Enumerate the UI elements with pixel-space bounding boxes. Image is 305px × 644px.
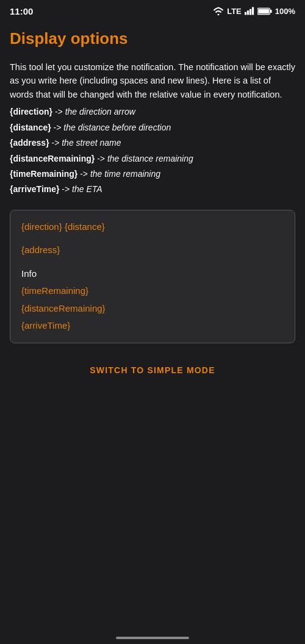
svg-rect-6 bbox=[270, 9, 272, 12]
preview-line-4: {timeRemaining} bbox=[21, 284, 284, 298]
svg-point-0 bbox=[218, 14, 220, 16]
keyword-time-remaining: {timeRemaining} -> the time remaining bbox=[10, 167, 295, 181]
keyword-address: {address} -> the street name bbox=[10, 136, 295, 149]
keyword-distance-remaining: {distanceRemaining} -> the distance rema… bbox=[10, 152, 295, 165]
preview-line-1: {direction} {distance} bbox=[21, 220, 284, 234]
keyword-direction: {direction} -> the direction arrow bbox=[10, 105, 295, 118]
preview-spacer-2 bbox=[21, 261, 284, 267]
preview-line-2: {address} bbox=[21, 243, 284, 257]
switch-mode-button[interactable]: SWITCH TO SIMPLE MODE bbox=[80, 360, 224, 380]
preview-box[interactable]: {direction} {distance} {address} Info {t… bbox=[10, 210, 295, 343]
svg-rect-2 bbox=[247, 10, 249, 15]
bottom-nav-indicator bbox=[116, 637, 189, 639]
keyword-distance: {distance} -> the distance before direct… bbox=[10, 121, 295, 134]
svg-rect-7 bbox=[258, 9, 269, 13]
status-bar: 11:00 LTE 100% bbox=[0, 0, 305, 22]
keyword-list: {direction} -> the direction arrow {dist… bbox=[10, 105, 295, 196]
wifi-icon bbox=[213, 7, 224, 15]
keyword-arrive-time: {arriveTime} -> the ETA bbox=[10, 182, 295, 196]
battery-icon bbox=[257, 7, 272, 15]
preview-line-6: {arriveTime} bbox=[21, 319, 284, 333]
lte-label: LTE bbox=[227, 7, 242, 16]
preview-line-5: {distanceRemaining} bbox=[21, 302, 284, 316]
description-text: This tool let you customize the notifica… bbox=[10, 60, 295, 101]
main-content: Display options This tool let you custom… bbox=[0, 22, 305, 395]
svg-rect-4 bbox=[252, 7, 254, 15]
preview-spacer-1 bbox=[21, 237, 284, 243]
signal-icon bbox=[245, 7, 254, 15]
preview-line-3: Info bbox=[21, 267, 284, 281]
svg-rect-1 bbox=[245, 12, 246, 15]
page-title: Display options bbox=[10, 29, 295, 48]
status-time: 11:00 bbox=[10, 6, 33, 16]
switch-button-container: SWITCH TO SIMPLE MODE bbox=[10, 360, 295, 380]
status-icons: LTE 100% bbox=[213, 7, 295, 16]
battery-label: 100% bbox=[275, 7, 295, 16]
svg-rect-3 bbox=[249, 9, 251, 15]
